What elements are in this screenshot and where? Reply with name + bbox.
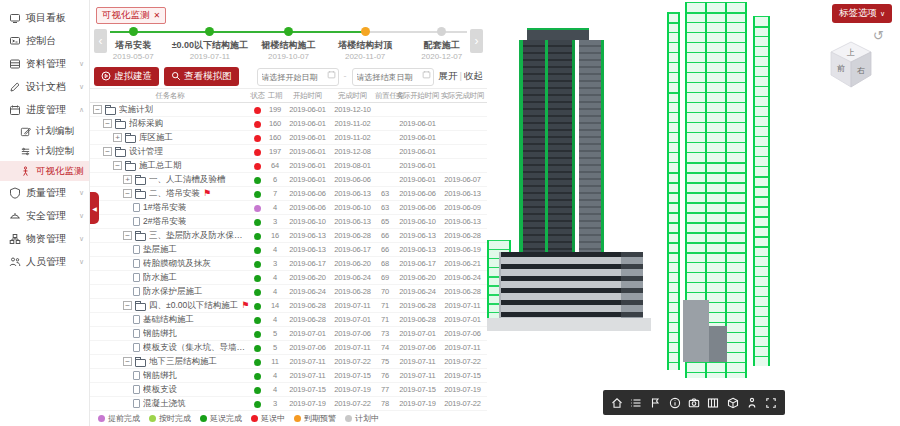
tree-expander-icon[interactable]: − [113,161,122,170]
task-duration: 16 [265,231,285,240]
task-row[interactable]: 钢筋绑扎52019-07-012019-07-06732019-07-01201… [90,327,487,341]
list-icon[interactable] [628,395,644,411]
task-row[interactable]: −二、塔吊安装⚑72019-06-062019-06-13632019-06-0… [90,187,487,201]
sidebar-collapse-handle[interactable]: ◀ [90,192,99,224]
info-icon[interactable] [667,395,683,411]
legend-dot [345,415,352,422]
person-icon[interactable] [744,395,760,411]
legend-label: 按时完成 [159,413,191,424]
task-row[interactable]: 砖胎膜砌筑及抹灰32019-06-172019-06-20682019-06-1… [90,257,487,271]
milestone-date: 2020-12-07 [387,52,497,61]
task-name-cell: 模板支设（集水坑、导墙及后浇带） [90,342,250,354]
milestone-flag-icon: ⚑ [241,301,249,310]
sidebar-item-schedule-management[interactable]: 进度管理 ∧ [0,98,89,121]
walking-person-icon [20,166,31,177]
sidebar-item-safety-management[interactable]: 安全管理 ∨ [0,204,89,227]
task-row[interactable]: 模板支设42019-07-152019-07-19772019-07-15201… [90,383,487,397]
task-name: 垫层施工 [143,244,177,256]
materials-icon [9,233,21,245]
column-header: 开始时间 [285,91,330,101]
tag-options-button[interactable]: 标签选项 ∨ [832,4,892,23]
task-actual-end: 2019-06-07 [440,175,485,184]
task-row[interactable]: −招标采购1602019-06-012019-11-022019-06-01 [90,117,487,131]
tree-expander-icon[interactable]: − [103,147,112,156]
tree-expander-icon[interactable]: − [103,119,112,128]
task-row[interactable]: 防水保护层施工42019-06-242019-06-28702019-06-24… [90,285,487,299]
task-row[interactable]: −施工总工期642019-06-012019-08-012019-06-01 [90,159,487,173]
sidebar-item-plan-control[interactable]: 计划控制 [0,141,89,161]
task-row[interactable]: −四、±0.00以下结构施工⚑142019-06-282019-07-11712… [90,299,487,313]
task-actual-start: 2019-07-11 [395,371,440,380]
panel-collapse-icon: ◀ [92,205,97,212]
design-pen-icon [9,81,21,93]
close-icon[interactable]: ✕ [154,11,161,20]
camera-icon[interactable] [686,395,702,411]
helmet-icon [9,210,21,222]
sidebar-item-design-docs[interactable]: 设计文档 ∨ [0,75,89,98]
status-dot [254,387,261,394]
sidebar-item-console[interactable]: 控制台 [0,29,89,52]
task-start-date: 2019-07-06 [285,343,330,352]
tree-expander-icon[interactable]: − [123,301,132,310]
task-row[interactable]: 混凝土浇筑32019-07-192019-07-22782019-07-1920… [90,397,487,411]
task-row[interactable]: 2#塔吊安装32019-06-102019-06-13652019-06-102… [90,215,487,229]
task-start-date: 2019-06-28 [285,315,330,324]
tag-options-label: 标签选项 [839,7,877,20]
task-row[interactable]: 钢筋绑扎42019-07-112019-07-15762019-07-11201… [90,369,487,383]
task-row[interactable]: −设计管理1972019-06-012019-12-082019-06-01 [90,145,487,159]
sidebar-item-quality-management[interactable]: 质量管理 ∨ [0,181,89,204]
cube-icon[interactable] [725,395,741,411]
task-row[interactable]: 垫层施工42019-06-132019-06-17662019-06-13201… [90,243,487,257]
task-actual-start: 2019-07-15 [395,385,440,394]
expand-all-link[interactable]: 展开 [439,70,458,81]
tab-bar: 可视化监测 ✕ [90,0,487,20]
sidebar-item-label: 资料管理 [26,57,66,71]
model-tower-side [579,40,604,252]
flag-icon[interactable] [647,395,663,411]
task-predecessor: 63 [375,189,395,198]
fullscreen-icon[interactable] [763,395,779,411]
task-row[interactable]: +一、人工清槽及验槽62019-06-012019-06-062019-06-0… [90,173,487,187]
task-row[interactable]: +库区施工1602019-06-012019-11-022019-06-01 [90,131,487,145]
tree-expander-icon[interactable]: + [113,133,122,142]
view-cube[interactable]: 上 前 右 [826,40,876,92]
sidebar-item-plan-preparation[interactable]: 计划编制 [0,121,89,141]
task-status-cell [250,385,265,394]
legend-label: 计划中 [355,413,379,424]
tree-expander-icon[interactable]: − [123,189,132,198]
sidebar-item-material-management[interactable]: 物资管理 ∨ [0,227,89,250]
virtual-build-button[interactable]: 虚拟建造 [94,67,159,86]
task-row[interactable]: 1#塔吊安装42019-06-062019-06-10632019-06-062… [90,201,487,215]
collapse-all-link[interactable]: 收起 [464,70,483,81]
home-icon[interactable] [609,395,625,411]
task-row[interactable]: −实施计划1992019-06-012019-12-10 [90,103,487,117]
tree-expander-icon[interactable]: + [123,175,132,184]
task-actual-start: 2019-07-11 [395,357,440,366]
milestone[interactable]: 配套施工2020-12-07 [387,27,497,61]
status-dot [254,191,261,198]
sidebar-item-data-management[interactable]: 资料管理 ∨ [0,52,89,75]
task-actual-end: 2019-07-22 [440,357,485,366]
sidebar-item-visual-monitoring[interactable]: 可视化监测 [0,161,89,181]
model-viewer-canvas[interactable]: 标签选项 ∨ ↺ 上 前 右 [487,0,900,426]
tree-expander-icon[interactable]: − [123,231,132,240]
sidebar-item-personnel-management[interactable]: 人员管理 ∨ [0,250,89,273]
task-row[interactable]: −地下三层结构施工112019-07-112019-07-22752019-07… [90,355,487,369]
section-icon[interactable] [705,395,721,411]
tree-expander-icon[interactable]: − [93,105,102,114]
task-duration: 4 [265,203,285,212]
sidebar-item-project-board[interactable]: 项目看板 [0,6,89,29]
task-row[interactable]: −三、垫层防水及防水保护层施工162019-06-132019-06-28662… [90,229,487,243]
column-header: 实际开始时间 [395,91,440,101]
task-row[interactable]: 模板支设（集水坑、导墙及后浇带）52019-07-062019-07-11742… [90,341,487,355]
task-name: 实施计划 [119,104,153,116]
task-name: 砖胎膜砌筑及抹灰 [143,258,211,270]
task-row[interactable]: 基础结构施工42019-06-282019-07-01712019-06-282… [90,313,487,327]
task-name-cell: 基础结构施工 [90,314,250,326]
status-dot [254,135,261,142]
document-icon [133,315,140,324]
tree-expander-icon[interactable]: − [123,357,132,366]
model-formwork-column-right [753,16,770,366]
task-row[interactable]: 防水施工42019-06-202019-06-24692019-06-20201… [90,271,487,285]
view-simulation-button[interactable]: 查看模拟图 [164,67,239,86]
